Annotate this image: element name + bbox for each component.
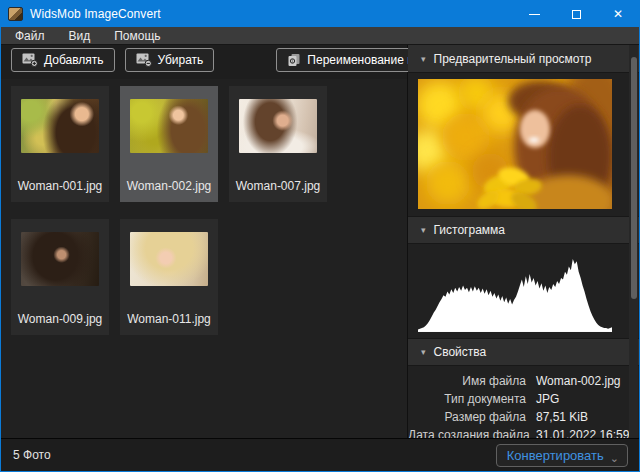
histogram-section-header[interactable]: ▾ Гистограмма bbox=[408, 216, 639, 244]
property-value: 31.01.2022 16:59 bbox=[536, 428, 639, 438]
stacked-pages-icon bbox=[287, 53, 301, 67]
thumbnail-woman-009[interactable]: Woman-009.jpg bbox=[11, 219, 109, 335]
thumbnail-filename: Woman-007.jpg bbox=[229, 179, 327, 193]
property-value: 87,51 KiB bbox=[536, 410, 639, 424]
property-value: JPG bbox=[536, 392, 639, 406]
thumbnail-filename: Woman-011.jpg bbox=[120, 312, 218, 326]
convert-button[interactable]: Конвертировать ⌄ bbox=[496, 444, 628, 467]
toolbar: Добавлять Убирать bbox=[1, 45, 407, 79]
collapse-icon: ▾ bbox=[421, 54, 426, 64]
property-label: Тип документа bbox=[408, 392, 526, 406]
maximize-button[interactable] bbox=[555, 1, 597, 27]
close-icon: ✕ bbox=[613, 8, 623, 20]
thumbnail-woman-001[interactable]: Woman-001.jpg bbox=[11, 86, 109, 202]
thumbnail-filename: Woman-009.jpg bbox=[11, 312, 109, 326]
titlebar: WidsMob ImageConvert ✕ bbox=[1, 1, 639, 27]
properties-header-label: Свойства bbox=[434, 345, 487, 359]
thumbnail-filename: Woman-002.jpg bbox=[120, 179, 218, 193]
menu-file[interactable]: Файл bbox=[1, 27, 57, 44]
preview-section-header[interactable]: ▾ Предварительный просмотр bbox=[408, 45, 639, 73]
chevron-down-icon: ⌄ bbox=[610, 452, 619, 465]
menu-help[interactable]: Помощь bbox=[102, 27, 172, 44]
maximize-icon bbox=[572, 10, 581, 19]
preview-body bbox=[408, 73, 639, 216]
thumbnail-image bbox=[130, 232, 208, 286]
property-value: Woman-002.jpg bbox=[536, 374, 639, 388]
photo-count: 5 Фото bbox=[13, 448, 51, 462]
add-button[interactable]: Добавлять bbox=[11, 48, 115, 72]
thumbnail-image bbox=[21, 232, 99, 286]
left-panel: Добавлять Убирать bbox=[1, 45, 408, 438]
thumbnail-woman-011[interactable]: Woman-011.jpg bbox=[120, 219, 218, 335]
histogram-header-label: Гистограмма bbox=[434, 223, 505, 237]
preview-image bbox=[418, 79, 612, 209]
app-logo-icon bbox=[8, 7, 23, 21]
close-button[interactable]: ✕ bbox=[597, 1, 639, 27]
property-label: Имя файла bbox=[408, 374, 526, 388]
convert-button-label: Конвертировать bbox=[507, 448, 604, 463]
main-area: Добавлять Убирать bbox=[1, 45, 639, 438]
statusbar: 5 Фото Конвертировать ⌄ bbox=[1, 438, 639, 471]
property-label: Размер файла bbox=[408, 410, 526, 424]
thumbnail-image bbox=[239, 99, 317, 153]
app-window: WidsMob ImageConvert ✕ Файл Вид Помощь bbox=[0, 0, 640, 472]
collapse-icon: ▾ bbox=[421, 347, 426, 357]
add-button-label: Добавлять bbox=[44, 53, 104, 67]
thumbnail-filename: Woman-001.jpg bbox=[11, 179, 109, 193]
thumbnail-image bbox=[21, 99, 99, 153]
properties-section-header[interactable]: ▾ Свойства bbox=[408, 338, 639, 366]
properties-body: Имя файла Woman-002.jpg Тип документа JP… bbox=[408, 366, 639, 437]
scrollbar-thumb[interactable] bbox=[631, 57, 637, 299]
menu-view[interactable]: Вид bbox=[57, 27, 103, 44]
remove-button[interactable]: Убирать bbox=[125, 48, 215, 72]
histogram-plot bbox=[418, 249, 612, 333]
collapse-icon: ▾ bbox=[421, 225, 426, 235]
minimize-button[interactable] bbox=[513, 1, 555, 27]
image-plus-icon bbox=[22, 53, 38, 67]
right-panel: ▾ Предварительный просмотр bbox=[408, 45, 639, 438]
window-title: WidsMob ImageConvert bbox=[30, 7, 161, 21]
right-panel-scrollbar[interactable] bbox=[629, 45, 638, 438]
preview-photo bbox=[418, 79, 612, 209]
property-label: Дата создания файла bbox=[408, 428, 526, 438]
image-minus-icon bbox=[136, 53, 152, 67]
properties-table: Имя файла Woman-002.jpg Тип документа JP… bbox=[408, 374, 639, 438]
histogram-body bbox=[408, 244, 639, 338]
thumbnail-woman-007[interactable]: Woman-007.jpg bbox=[229, 86, 327, 202]
minimize-icon bbox=[529, 14, 540, 15]
menubar: Файл Вид Помощь bbox=[1, 27, 639, 45]
preview-header-label: Предварительный просмотр bbox=[434, 52, 592, 66]
remove-button-label: Убирать bbox=[158, 53, 204, 67]
thumbnail-grid: Woman-001.jpg Woman-002.jpg Woman-007.jp… bbox=[1, 79, 407, 335]
thumbnail-woman-002[interactable]: Woman-002.jpg bbox=[120, 86, 218, 202]
window-controls: ✕ bbox=[513, 1, 639, 27]
thumbnail-image bbox=[130, 99, 208, 153]
